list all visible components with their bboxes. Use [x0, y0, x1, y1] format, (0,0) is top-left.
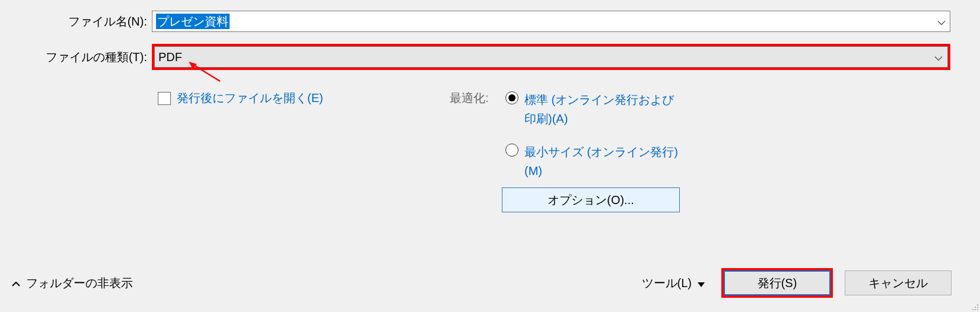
- svg-point-7: [975, 309, 976, 310]
- caret-down-icon: [698, 276, 705, 290]
- optimize-standard-label: 標準 (オンライン発行および印刷)(A): [524, 90, 683, 128]
- filename-input[interactable]: プレゼン資料: [152, 11, 950, 32]
- filename-label: ファイル名(N):: [0, 14, 152, 30]
- filetype-dropdown[interactable]: PDF: [154, 46, 948, 68]
- svg-point-8: [977, 309, 978, 310]
- publish-highlight: 発行(S): [721, 268, 833, 298]
- cancel-button[interactable]: キャンセル: [845, 270, 952, 295]
- checkbox-icon: [158, 92, 171, 105]
- tools-label: ツール(L): [642, 275, 692, 291]
- filename-value: プレゼン資料: [156, 14, 230, 29]
- optimize-standard-radio[interactable]: 標準 (オンライン発行および印刷)(A): [505, 90, 683, 128]
- optimize-minimum-radio[interactable]: 最小サイズ (オンライン発行)(M): [505, 142, 683, 180]
- publish-button[interactable]: 発行(S): [724, 270, 831, 295]
- open-after-label: 発行後にファイルを開く(E): [177, 90, 323, 106]
- filetype-label: ファイルの種類(T):: [0, 49, 152, 65]
- svg-point-3: [977, 304, 978, 305]
- tools-dropdown[interactable]: ツール(L): [642, 275, 705, 291]
- open-after-checkbox[interactable]: 発行後にファイルを開く(E): [158, 90, 323, 106]
- hide-folders-label: フォルダーの非表示: [26, 275, 133, 291]
- radio-unchecked-icon: [505, 144, 518, 157]
- radio-checked-icon: [505, 91, 518, 104]
- svg-marker-2: [698, 282, 705, 287]
- hide-folders-toggle[interactable]: フォルダーの非表示: [12, 275, 133, 291]
- chevron-down-icon[interactable]: [934, 50, 943, 64]
- optimize-label: 最適化:: [450, 90, 489, 106]
- svg-point-5: [977, 307, 978, 308]
- options-button[interactable]: オプション(O)...: [502, 187, 680, 212]
- svg-point-4: [975, 307, 976, 308]
- resize-grip-icon[interactable]: [971, 303, 979, 311]
- filetype-value: PDF: [158, 50, 182, 64]
- chevron-up-icon: [12, 276, 20, 290]
- svg-point-6: [972, 309, 973, 310]
- filetype-highlight: PDF: [152, 44, 950, 70]
- optimize-minimum-label: 最小サイズ (オンライン発行)(M): [524, 142, 683, 180]
